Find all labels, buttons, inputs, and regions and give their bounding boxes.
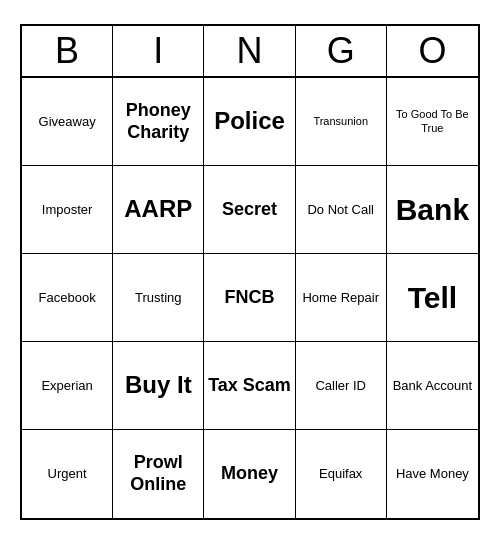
bingo-cell[interactable]: FNCB <box>204 254 295 342</box>
bingo-cell[interactable]: To Good To Be True <box>387 78 478 166</box>
bingo-cell[interactable]: AARP <box>113 166 204 254</box>
bingo-cell[interactable]: Urgent <box>22 430 113 518</box>
bingo-cell[interactable]: Equifax <box>296 430 387 518</box>
bingo-cell[interactable]: Experian <box>22 342 113 430</box>
header-letter: N <box>204 26 295 76</box>
bingo-cell[interactable]: Money <box>204 430 295 518</box>
bingo-header: BINGO <box>22 26 478 78</box>
header-letter: I <box>113 26 204 76</box>
bingo-card: BINGO GiveawayPhoney CharityPoliceTransu… <box>20 24 480 520</box>
bingo-cell[interactable]: Phoney Charity <box>113 78 204 166</box>
bingo-cell[interactable]: Facebook <box>22 254 113 342</box>
header-letter: G <box>296 26 387 76</box>
bingo-cell[interactable]: Prowl Online <box>113 430 204 518</box>
bingo-cell[interactable]: Bank <box>387 166 478 254</box>
bingo-cell[interactable]: Buy It <box>113 342 204 430</box>
bingo-cell[interactable]: Bank Account <box>387 342 478 430</box>
bingo-cell[interactable]: Home Repair <box>296 254 387 342</box>
header-letter: B <box>22 26 113 76</box>
bingo-cell[interactable]: Caller ID <box>296 342 387 430</box>
bingo-cell[interactable]: Imposter <box>22 166 113 254</box>
bingo-cell[interactable]: Have Money <box>387 430 478 518</box>
bingo-cell[interactable]: Tax Scam <box>204 342 295 430</box>
bingo-cell[interactable]: Do Not Call <box>296 166 387 254</box>
bingo-cell[interactable]: Transunion <box>296 78 387 166</box>
bingo-cell[interactable]: Giveaway <box>22 78 113 166</box>
bingo-cell[interactable]: Tell <box>387 254 478 342</box>
header-letter: O <box>387 26 478 76</box>
bingo-cell[interactable]: Secret <box>204 166 295 254</box>
bingo-cell[interactable]: Police <box>204 78 295 166</box>
bingo-cell[interactable]: Trusting <box>113 254 204 342</box>
bingo-grid: GiveawayPhoney CharityPoliceTransunionTo… <box>22 78 478 518</box>
